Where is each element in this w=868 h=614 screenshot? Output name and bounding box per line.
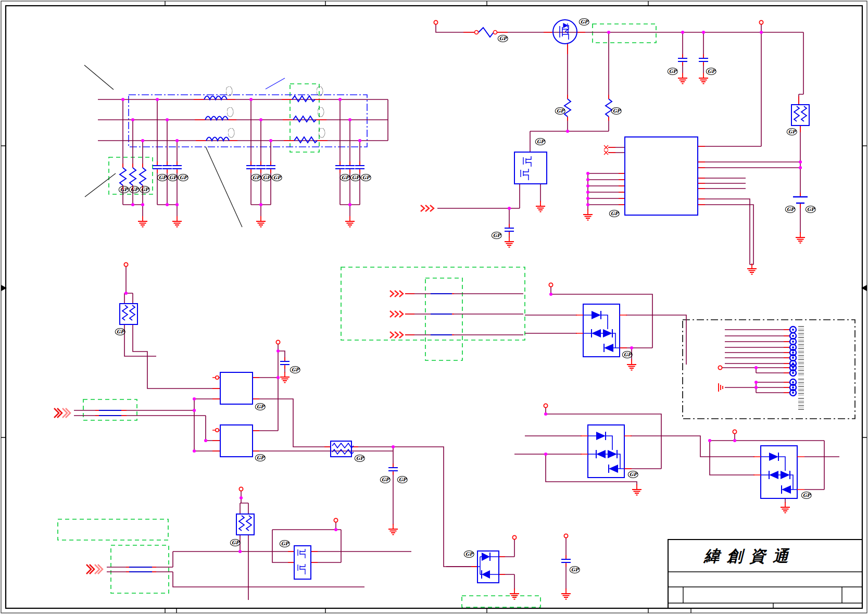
ref-label[interactable]: GP (785, 206, 796, 213)
diode-bridge-1 (576, 304, 627, 357)
ref-label[interactable]: GP (535, 138, 546, 145)
dual-mosfet-block (514, 152, 547, 184)
ref-label[interactable]: GP (290, 366, 300, 373)
ref-label[interactable]: GP (668, 68, 678, 75)
ref-label[interactable]: GP (355, 455, 365, 462)
gate-resistor-1 (564, 99, 571, 117)
leader-lines (84, 65, 285, 227)
ref-label[interactable]: GP (255, 403, 266, 410)
chevron-icon (390, 332, 403, 338)
ref-label[interactable]: GP (350, 174, 361, 181)
connector-pins (790, 327, 796, 396)
ref-label[interactable]: GP (706, 68, 716, 75)
mosfet-circle (553, 20, 577, 44)
ref-label[interactable]: GP (251, 174, 261, 181)
resistor-phase1 (292, 96, 315, 102)
ref-label[interactable]: GP (129, 186, 140, 193)
ref-label-dotted[interactable] (226, 86, 233, 96)
ref-label[interactable]: GP (280, 540, 290, 547)
inductor-phase3 (206, 137, 229, 141)
ref-label[interactable]: GP (380, 476, 391, 483)
ref-label[interactable]: GP (157, 174, 168, 181)
ref-label-dotted[interactable] (317, 86, 323, 96)
jumper-segments (99, 294, 452, 572)
ref-label[interactable]: GP (340, 174, 350, 181)
ref-label[interactable]: GP (492, 232, 502, 239)
double-chevron-icon (86, 565, 103, 574)
ref-label[interactable]: GP (255, 454, 266, 461)
sheet-border (1, 1, 867, 613)
junction-dots (123, 32, 800, 552)
gate-resistor-2 (606, 99, 612, 117)
connector-pin-labels (798, 379, 804, 396)
relay-block-2 (220, 425, 253, 457)
fuse (475, 28, 497, 37)
ref-label-dotted[interactable] (227, 107, 234, 117)
resistor-pack-right (791, 105, 809, 126)
ref-label[interactable]: GP (628, 471, 638, 478)
ref-label[interactable]: GP (579, 18, 589, 26)
chevron-icon (390, 311, 403, 317)
ref-label[interactable]: GP (397, 476, 408, 483)
ref-label-dotted[interactable] (319, 128, 325, 138)
shunt-resistor-2 (130, 168, 136, 185)
relay-block-1 (220, 372, 253, 404)
ref-label-dotted[interactable] (228, 128, 235, 138)
ref-label[interactable]: GP (609, 210, 620, 217)
ref-label[interactable]: GP (261, 174, 272, 181)
wire-layer (74, 24, 839, 600)
controller-ic (625, 137, 698, 215)
ref-label[interactable]: GP (464, 550, 474, 558)
chevron-icon (390, 291, 403, 297)
emi-filter-outline (129, 95, 367, 147)
diode-bridge-2 (581, 425, 632, 478)
polarized-cap (793, 197, 808, 203)
ref-label[interactable]: GP (611, 107, 622, 115)
connector-pin-labels (798, 398, 804, 410)
shunt-resistor-1 (120, 168, 126, 185)
connector-pin-labels (798, 326, 804, 377)
inductor-phase2 (205, 117, 228, 120)
ref-label[interactable]: GP (140, 186, 150, 193)
ref-label[interactable]: GP (622, 351, 633, 358)
ref-label[interactable]: GP (119, 186, 129, 193)
schematic-sheet: 緯創資通 GP GP GP GP GP GP GP GP GP GP GP GP… (0, 0, 868, 614)
ref-label[interactable]: GP (115, 328, 125, 335)
no-connect-x-icon (604, 145, 608, 155)
company-name: 緯創資通 (704, 546, 860, 567)
connector-block-outline (683, 320, 855, 419)
pin-segments (95, 32, 800, 574)
chevron-icon (421, 205, 434, 211)
schematic-canvas (0, 0, 868, 614)
component-layer[interactable] (120, 20, 809, 583)
ref-label[interactable]: GP (570, 566, 580, 573)
ref-label[interactable]: GP (168, 174, 178, 181)
ref-label-dotted[interactable] (318, 107, 324, 117)
resistor-pack-mid (331, 441, 354, 457)
ref-label[interactable]: GP (272, 174, 282, 181)
ref-label[interactable]: GP (361, 174, 371, 181)
dual-mosfet-block-2 (294, 546, 311, 579)
ref-label[interactable]: GP (498, 35, 508, 42)
ground-symbols (138, 73, 805, 599)
sideways-ground-icon (719, 383, 723, 392)
ref-label[interactable]: GP (178, 174, 188, 181)
resistor-pack-left (120, 304, 137, 324)
resistor-phase2 (293, 116, 316, 122)
ref-label[interactable]: GP (555, 107, 565, 115)
dual-diode-block (477, 551, 499, 583)
inductor-phase1 (204, 96, 227, 100)
ref-label[interactable]: GP (787, 128, 797, 135)
diode-bridge-3 (753, 446, 804, 498)
resistor-phase3 (294, 137, 317, 143)
annotation-boxes (58, 24, 855, 607)
ref-label[interactable]: GP (801, 492, 812, 499)
ref-label[interactable]: GP (230, 539, 241, 546)
ref-label[interactable]: GP (806, 206, 816, 213)
double-chevron-icon (54, 408, 70, 418)
off-page-connectors[interactable] (54, 205, 434, 574)
resistor-pack-bottom (236, 514, 254, 535)
shunt-resistor-3 (140, 168, 146, 185)
